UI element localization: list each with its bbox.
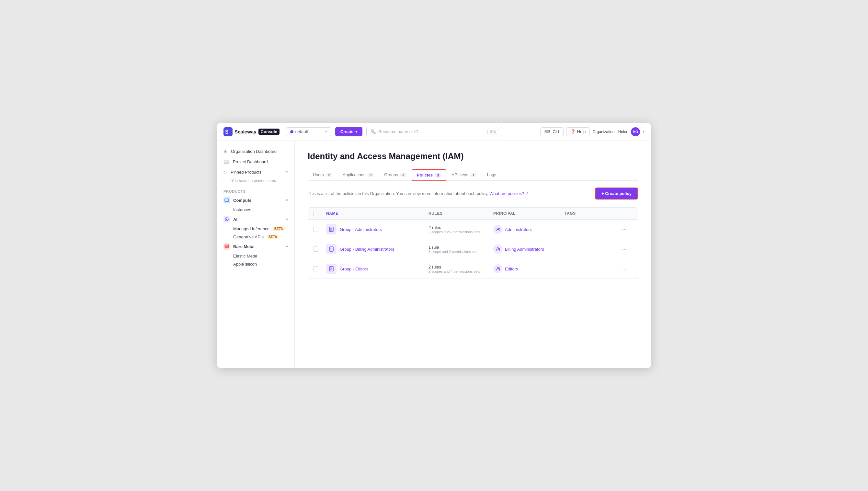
sidebar-item-instances[interactable]: Instances [217, 206, 294, 214]
bare-metal-label: Bare Metal [233, 244, 255, 249]
create-chevron-icon: ▾ [355, 129, 357, 134]
apple-silicon-label: Apple silicon [233, 262, 257, 266]
row2-more-button[interactable]: ⋯ [616, 246, 633, 252]
cli-label: CLI [553, 129, 559, 134]
tab-applications-count: 0 [367, 173, 374, 177]
row1-rules: 2 rules 2 scopes and 2 permissions sets [429, 225, 493, 234]
row3-principal-icon [493, 264, 502, 273]
svg-rect-2 [225, 199, 229, 201]
elastic-metal-label: Elastic Metal [233, 254, 257, 258]
col-name-header[interactable]: Name ↑ [326, 211, 429, 216]
sidebar-item-apple-silicon[interactable]: Apple silicon [217, 260, 294, 268]
help-icon: ❓ [570, 129, 576, 134]
project-name: default [295, 129, 308, 134]
tab-api-keys[interactable]: API keys 1 [446, 169, 482, 181]
create-policy-button[interactable]: + Create policy [595, 187, 638, 200]
tab-applications-label: Applications [343, 172, 365, 177]
row1-principal[interactable]: Administrators [493, 225, 565, 234]
col-rules-header: Rules [429, 211, 493, 216]
select-all-checkbox[interactable] [313, 211, 326, 216]
help-button[interactable]: ❓ Help [566, 127, 590, 136]
col-principal-header: Principal [493, 211, 565, 216]
project-selector[interactable]: default ▾ [286, 127, 331, 136]
sidebar-item-project-dashboard[interactable]: 📖 Project Dashboard [217, 156, 294, 167]
row3-checkbox[interactable] [313, 266, 326, 271]
terminal-icon: ⌨ [545, 129, 551, 134]
search-shortcut: ⌘ K [487, 129, 498, 135]
tab-users-label: Users [313, 172, 324, 177]
project-chevron-icon: ▾ [325, 129, 327, 134]
topbar: S Scaleway Console default ▾ Create ▾ 🔍 … [217, 123, 651, 141]
ai-label: AI [233, 217, 237, 222]
tab-groups-count: 3 [400, 173, 406, 177]
table-header: Name ↑ Rules Principal Tags [308, 208, 638, 220]
bare-metal-icon [224, 243, 230, 250]
tab-users-count: 2 [326, 173, 332, 177]
row1-checkbox[interactable] [313, 227, 326, 232]
sidebar-item-generative-apis[interactable]: Generative APIs BETA [217, 233, 294, 241]
org-chevron-icon: ▾ [643, 129, 644, 134]
instances-label: Instances [233, 207, 251, 212]
sidebar: ⊞ Organization Dashboard 📖 Project Dashb… [217, 141, 295, 368]
row3-principal[interactable]: Editors [493, 264, 565, 273]
description-bar: This is a list of the policies in this O… [308, 187, 638, 200]
project-dot [290, 130, 293, 134]
row2-checkbox[interactable] [313, 247, 326, 252]
sidebar-item-elastic-metal[interactable]: Elastic Metal [217, 252, 294, 260]
avatar: HO [631, 127, 640, 136]
table-row: Group - Billing Administrators 1 rule 1 … [308, 239, 638, 259]
tab-policies[interactable]: Policies 3 [412, 169, 446, 181]
row2-name-cell[interactable]: Group - Billing Administrators [326, 244, 429, 254]
row3-name-cell[interactable]: Group - Editors [326, 264, 429, 274]
tab-logs[interactable]: Logs [482, 169, 501, 181]
row1-name: Group - Administrators [340, 227, 382, 232]
logo-console: Console [258, 128, 280, 135]
compute-chevron-icon: ▾ [286, 198, 288, 202]
sidebar-item-compute[interactable]: Compute ▾ [217, 195, 294, 206]
search-icon: 🔍 [371, 129, 376, 134]
table-row: Group - Editors 2 rules 2 scopes and 4 p… [308, 259, 638, 279]
row3-name: Group - Editors [340, 266, 368, 271]
main-layout: ⊞ Organization Dashboard 📖 Project Dashb… [217, 141, 651, 368]
create-button[interactable]: Create ▾ [335, 127, 363, 136]
row3-more-button[interactable]: ⋯ [616, 266, 633, 272]
pinned-chevron-icon: ▾ [286, 170, 288, 174]
row1-name-cell[interactable]: Group - Administrators [326, 224, 429, 234]
row2-principal[interactable]: Billing Administrators [493, 244, 565, 254]
sidebar-item-bare-metal[interactable]: Bare Metal ▾ [217, 241, 294, 252]
row3-rules: 2 rules 2 scopes and 4 permissions sets [429, 265, 493, 273]
row2-principal-icon [493, 244, 502, 254]
content-area: Identity and Access Management (IAM) Use… [295, 141, 651, 368]
tab-applications[interactable]: Applications 0 [338, 169, 379, 181]
compute-label: Compute [233, 198, 251, 203]
what-are-policies-link[interactable]: What are policies? ↗ [489, 191, 528, 196]
row1-policy-icon [326, 224, 337, 234]
tab-api-keys-label: API keys [452, 172, 468, 177]
svg-point-20 [498, 248, 500, 249]
sidebar-item-pinned-products[interactable]: ◇ Pinned Products ▾ [217, 167, 294, 177]
search-bar[interactable]: 🔍 Resource name or ID ⌘ K [366, 127, 502, 136]
logo: S Scaleway Console [224, 127, 280, 136]
tab-users[interactable]: Users 2 [308, 169, 338, 181]
help-label: Help [577, 129, 586, 134]
org-section[interactable]: Organization: Holori HO ▾ [592, 127, 644, 136]
tab-policies-count: 3 [435, 173, 441, 177]
sidebar-item-ai[interactable]: AI ▾ [217, 214, 294, 225]
tabs-bar: Users 2 Applications 0 Groups 3 Policies… [308, 169, 638, 181]
tab-logs-label: Logs [487, 172, 496, 177]
description-text: This is a list of the policies in this O… [308, 191, 528, 196]
pinned-products-label: Pinned Products [231, 170, 261, 175]
project-dashboard-icon: 📖 [224, 159, 230, 165]
svg-point-8 [228, 247, 229, 248]
sidebar-item-managed-inference[interactable]: Managed Inference BETA [217, 225, 294, 233]
create-label: Create [340, 129, 353, 134]
svg-point-14 [498, 228, 500, 229]
pin-icon: ◇ [224, 169, 227, 175]
row1-more-button[interactable]: ⋯ [616, 226, 633, 233]
tab-groups[interactable]: Groups 3 [379, 169, 412, 181]
sidebar-item-org-dashboard[interactable]: ⊞ Organization Dashboard [217, 146, 294, 156]
row3-principal-name: Editors [505, 266, 518, 271]
tab-groups-label: Groups [384, 172, 398, 177]
tab-policies-label: Policies [417, 173, 433, 177]
cli-button[interactable]: ⌨ CLI [540, 127, 563, 136]
